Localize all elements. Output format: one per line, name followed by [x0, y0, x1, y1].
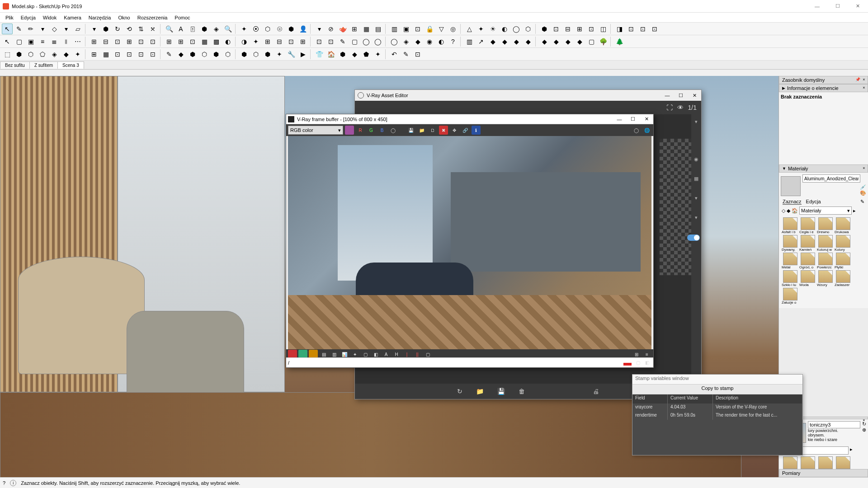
minimize-button[interactable]: — [660, 90, 674, 101]
tool-button[interactable]: 🏠 [326, 49, 336, 60]
r-channel-button[interactable]: R [356, 126, 365, 135]
tool-button[interactable]: ◐ [499, 23, 510, 34]
tool-button[interactable]: ▾ [61, 23, 71, 34]
close-icon[interactable]: × [861, 166, 867, 171]
printer-icon[interactable]: 🖨 [593, 388, 599, 394]
close-button[interactable]: ✕ [640, 114, 653, 124]
tool-button[interactable]: ▱ [72, 23, 83, 34]
tool-button[interactable]: ⬡ [222, 49, 233, 60]
tool-button[interactable]: ▾ [314, 23, 325, 34]
help-icon[interactable]: ? [3, 480, 5, 486]
tool-button[interactable]: ✦ [274, 49, 285, 60]
tool-button[interactable]: ⦾ [274, 23, 285, 34]
tool-button[interactable]: ⊞ [89, 49, 99, 60]
tool-button[interactable]: ⊟ [562, 23, 573, 34]
minimize-button[interactable]: — [613, 114, 626, 124]
tool-button[interactable]: ⊡ [412, 23, 423, 34]
tool-button[interactable]: ◐ [436, 36, 447, 47]
tool-button[interactable]: ◇ [49, 23, 60, 34]
tool-button[interactable]: ⬠ [37, 49, 48, 60]
tool-button[interactable]: ✏ [25, 23, 36, 34]
tool-button[interactable]: ⊡ [136, 49, 146, 60]
details-icon[interactable]: ▸ [853, 208, 856, 214]
tool-button[interactable]: ⊡ [147, 36, 158, 47]
material-folder[interactable]: Ogród, o [799, 253, 816, 269]
tool-button[interactable]: ▾ [89, 23, 99, 34]
tool-button[interactable]: ⊞ [164, 36, 175, 47]
tab-edit[interactable]: Edycja [806, 199, 821, 205]
tool-button[interactable]: ◆ [412, 36, 423, 47]
tool-button[interactable]: ⊡ [187, 36, 198, 47]
tool-button[interactable]: ⊡ [124, 49, 135, 60]
tool-button[interactable]: ⊡ [286, 36, 297, 47]
tool-button[interactable]: ⬢ [14, 49, 24, 60]
tool-button[interactable]: ▢ [586, 36, 597, 47]
close-icon[interactable]: × [861, 77, 867, 83]
stamp-title[interactable]: Stamp variables window [632, 375, 802, 385]
tool-button[interactable]: ◯ [373, 36, 383, 47]
tool-button[interactable]: 🫖 [337, 23, 348, 34]
tool-button[interactable]: ✦ [250, 36, 261, 47]
material-folder[interactable]: Koloruj w [817, 235, 834, 252]
tool-button[interactable]: 🔒 [424, 23, 435, 34]
tool-button[interactable]: ✎ [164, 49, 175, 60]
home-icon[interactable]: 🏠 [792, 208, 798, 214]
close-icon[interactable]: × [861, 418, 867, 423]
tool-button[interactable]: ◆ [61, 49, 71, 60]
chevron-icon[interactable]: ▾ [695, 215, 698, 221]
info-icon[interactable]: ℹ [472, 126, 481, 135]
stop-icon[interactable]: ✖ [439, 126, 448, 135]
tool-button[interactable]: 🔍 [222, 23, 233, 34]
tab-select[interactable]: Zaznacz [783, 199, 802, 205]
tool-button[interactable]: △ [464, 23, 475, 34]
tool-button[interactable]: ↶ [389, 49, 400, 60]
material-folder[interactable]: Kamień [799, 235, 816, 252]
menu-view[interactable]: Widok [39, 14, 61, 21]
tool-button[interactable]: ▢ [349, 36, 360, 47]
tool-button[interactable]: ⦿ [250, 23, 261, 34]
asset-editor-titlebar[interactable]: V-Ray Asset Editor — ☐ ✕ [355, 90, 701, 101]
tool-button[interactable]: A [175, 23, 186, 34]
tool-button[interactable]: 👕 [314, 49, 325, 60]
material-folder[interactable]: Asfalt i b [782, 217, 798, 234]
icon[interactable]: ▢ [633, 358, 642, 367]
tool-button[interactable]: ▢ [14, 36, 24, 47]
tool-button[interactable]: ⊡ [314, 36, 325, 47]
material-folder[interactable]: Zadaszer [835, 270, 851, 287]
menu-tools[interactable]: Narzędzia [85, 14, 115, 21]
tool-button[interactable]: ↖ [2, 23, 13, 34]
maximize-button[interactable]: ☐ [626, 114, 640, 124]
vfb-titlebar[interactable]: V-Ray frame buffer - [100% of 800 x 450]… [286, 114, 653, 124]
tool-button[interactable]: ⊡ [136, 36, 146, 47]
maximize-button[interactable]: ☐ [827, 0, 848, 13]
tool-button[interactable]: ◯ [361, 36, 372, 47]
tool-button[interactable]: ≡ [37, 36, 48, 47]
close-icon[interactable]: × [861, 85, 867, 91]
tool-button[interactable]: ⊡ [637, 23, 648, 34]
pencil-icon[interactable]: ✎ [860, 199, 864, 205]
details-icon[interactable]: ▸ [850, 446, 853, 455]
icon[interactable]: ◧ [642, 358, 651, 367]
tool-button[interactable]: ? [448, 36, 458, 47]
eyedropper-icon[interactable]: 💉 [860, 184, 866, 190]
tool-button[interactable]: ✦ [476, 23, 486, 34]
tool-button[interactable]: ◆ [551, 36, 561, 47]
tool-button[interactable]: ⊡ [586, 23, 597, 34]
trash-icon[interactable]: 🗑 [519, 388, 525, 394]
tray-header[interactable]: Zasobnik domyślny 📌 × [779, 76, 868, 84]
tool-button[interactable]: ⊞ [89, 36, 99, 47]
tool-button[interactable]: ↗ [476, 36, 486, 47]
region-icon[interactable]: ✥ [450, 126, 459, 135]
minimize-button[interactable]: — [807, 0, 827, 13]
tool-button[interactable]: ▶ [297, 49, 308, 60]
tool-button[interactable]: ✎ [14, 23, 24, 34]
tool-button[interactable]: ◆ [574, 36, 585, 47]
create-material-icon[interactable]: 🎨 [860, 190, 866, 196]
scene-tab[interactable]: Z sufitem [29, 61, 58, 69]
tool-button[interactable]: ⬡ [523, 23, 533, 34]
grid-icon[interactable]: ▦ [694, 176, 698, 182]
circle-icon[interactable]: ◯ [632, 126, 641, 135]
forward-icon[interactable]: ◆ [787, 208, 790, 214]
material-folder[interactable]: Woda [799, 270, 816, 287]
tool-button[interactable]: ⬢ [539, 23, 550, 34]
